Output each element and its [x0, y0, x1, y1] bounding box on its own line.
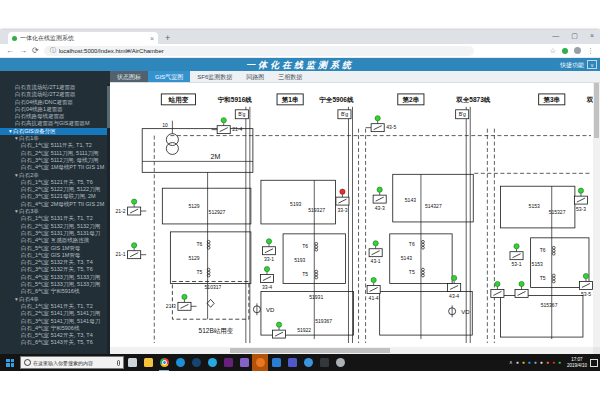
sidebar-item[interactable]: ▾ 白石GIS设备分区 [0, 128, 110, 135]
sidebar-item[interactable]: 白石_3气室 5121母联刀闸, 2M [0, 193, 110, 200]
chrome-icon[interactable] [156, 354, 172, 371]
sidebar-item[interactable]: 白石_1气室 5141开关, T1, T2 [0, 303, 110, 310]
sidebar-item[interactable]: 白石_3气室 5131刀闸, 5131母刀 [0, 230, 110, 237]
monitor-indicator-21-3[interactable]: 21-3 [166, 294, 197, 310]
vertical-scrollbar-thumb[interactable] [594, 83, 599, 138]
file-explorer-icon[interactable] [140, 354, 156, 371]
tab-GIS气室图[interactable]: GIS气室图 [148, 71, 190, 82]
sidebar-item[interactable]: 白石_2气室 5132刀闸, 5132刀闸 [0, 223, 110, 230]
monitor-indicator-43-3[interactable]: 43-3 [373, 187, 386, 210]
sidebar-item[interactable]: 白石高抗避雷器与GIS避雷器M [0, 120, 110, 127]
sidebar-item[interactable]: ▾ 白石4串 [0, 296, 110, 303]
sidebar-item[interactable]: 白石线路母线避雷器 [0, 113, 110, 120]
mail-icon[interactable] [268, 354, 284, 371]
sidebar-item[interactable]: 白石_1气室 5111开关, T1, T2 [0, 142, 110, 149]
tray-expand-icon[interactable]: ∧ [509, 360, 513, 365]
window-maximize-button[interactable]: ▢ [571, 32, 578, 40]
tray-icon-7[interactable]: ● [552, 360, 555, 365]
monitor-indicator-43-4[interactable]: 43-4 [448, 275, 461, 298]
sidebar-item[interactable]: 白石_2气室 5111刀闸, 5111刀闸 [0, 150, 110, 157]
start-button[interactable] [0, 354, 20, 371]
tray-icon-1[interactable]: ● [516, 360, 519, 365]
teams-icon[interactable] [284, 354, 300, 371]
sidebar-item[interactable]: 白石_2气室 5122刀闸, 5122刀闸 [0, 186, 110, 193]
sidebar-item[interactable]: 白石_1气室 GIS 1M管母 [0, 252, 110, 259]
sidebar-item[interactable]: 白石直流场站/2T1避雷器 [0, 84, 110, 91]
bookmark-star-icon[interactable]: ☆ [550, 47, 556, 55]
sidebar-item[interactable]: 白石04线路/DNC避雷器 [0, 99, 110, 106]
monitor-indicator-21-4[interactable]: 21-4 [212, 118, 243, 134]
monitor-indicator-53-3[interactable]: 53-3 [574, 188, 587, 211]
visual-studio-icon-2[interactable] [236, 354, 252, 371]
sidebar-item[interactable]: 白石_4气室 宁和5906线 [0, 325, 110, 332]
tab-SF6监测数据[interactable]: SF6监测数据 [190, 71, 239, 82]
tab-三相数据[interactable]: 三相数据 [271, 71, 309, 82]
monitor-indicator-53-1[interactable]: 53-1 [510, 244, 523, 267]
sidebar-item[interactable]: ▾ 白石2串 [0, 172, 110, 179]
taskbar-search-input[interactable]: 在这里输入你要搜索的内容 [20, 356, 124, 369]
monitor-indicator-21-1[interactable]: 21-1 [116, 243, 147, 259]
sidebar-item[interactable]: 白石04线路1避雷器 [0, 106, 110, 113]
taskbar-clock[interactable]: 17:07 2019/4/10 [567, 357, 587, 368]
window-minimize-button[interactable]: — [552, 32, 559, 40]
horizontal-scrollbar[interactable] [110, 347, 593, 354]
tray-icon-3[interactable]: ● [528, 360, 531, 365]
sidebar-item[interactable]: 白石_4气室 互感器线路连接 [0, 237, 110, 244]
sidebar-item[interactable]: 白石_5气室 5133刀闸, 5133刀闸 [0, 281, 110, 288]
browser-tab[interactable]: 一体化在线监测系统 × [8, 32, 158, 44]
sidebar-item[interactable]: 白石_5气室 5142开关, T3, T4 [0, 332, 110, 339]
sidebar-item[interactable]: 白石_3气室 5132开关, T5, T6 [0, 266, 110, 273]
monitor-indicator-33-1[interactable]: 33-1 [262, 239, 275, 262]
skype-icon[interactable] [204, 354, 220, 371]
extension-icon[interactable] [562, 48, 568, 54]
monitor-indicator-43-1[interactable]: 43-1 [369, 241, 382, 264]
vertical-scrollbar[interactable] [593, 83, 600, 347]
horizontal-scrollbar-thumb[interactable] [230, 348, 390, 353]
monitor-indicator-53-5[interactable]: 53-5 [579, 273, 592, 296]
quick-functions-button[interactable]: 快捷功能 [560, 61, 584, 70]
forward-icon[interactable]: → [19, 46, 27, 55]
visual-studio-icon[interactable] [220, 354, 236, 371]
app-navy-icon[interactable] [188, 354, 204, 371]
tray-icon-5[interactable]: ● [540, 360, 543, 365]
sidebar-item[interactable]: 白石_4气室 5133刀闸, 5133刀闸 [0, 274, 110, 281]
browser-menu-icon[interactable]: ⋮ [587, 47, 594, 55]
sidebar-item[interactable]: 白石_1气室 5131开关, T1, T2 [0, 215, 110, 222]
tray-icon-4[interactable]: ● [534, 360, 537, 365]
monitor-indicator-43-5[interactable]: 43-5 [366, 116, 397, 132]
site-info-icon[interactable]: ⓘ [50, 46, 56, 55]
tab-回路图[interactable]: 回路图 [239, 71, 271, 82]
sidebar-item[interactable]: 白石_5气室 GIS 1M管母 [0, 245, 110, 252]
microphone-icon[interactable] [117, 360, 120, 366]
tray-icon-2[interactable]: ● [522, 360, 525, 365]
sidebar-item[interactable]: 白石_3气室 5141刀闸, 5141母刀 [0, 318, 110, 325]
monitor-indicator-41-4[interactable]: 41-4 [367, 277, 380, 300]
monitor-indicator-33-4[interactable]: 33-4 [260, 267, 273, 290]
profile-avatar-icon[interactable] [574, 47, 581, 54]
new-tab-button[interactable]: + [165, 33, 170, 44]
chevron-down-icon[interactable]: ∨ [587, 60, 597, 69]
monitor-indicator-unlabeled[interactable] [515, 281, 528, 297]
monitor-indicator-unlabeled[interactable] [491, 281, 504, 297]
task-view-icon[interactable] [124, 354, 140, 371]
app-orange-icon[interactable] [252, 354, 268, 371]
action-center-icon[interactable] [590, 359, 598, 367]
tab-状态图标[interactable]: 状态图标 [110, 71, 148, 82]
sidebar-item[interactable]: 白石直流场站/2T2避雷器 [0, 91, 110, 98]
app-dark-icon[interactable] [316, 354, 332, 371]
sidebar-item[interactable]: 白石_6气室 宁和5916线 [0, 288, 110, 295]
tray-icon-8[interactable]: ● [558, 360, 561, 365]
sidebar-item[interactable]: ▾ 白石1串 [0, 135, 110, 142]
tab-close-icon[interactable]: × [150, 35, 154, 42]
monitor-indicator-33-3[interactable]: 33-3 [336, 189, 349, 212]
reload-icon[interactable]: ⟳ [32, 46, 39, 55]
monitor-indicator-unlabeled[interactable] [273, 322, 286, 338]
edge-icon[interactable] [172, 354, 188, 371]
sidebar-item[interactable]: 白石_4气室 1M母线PT TII GIS 1M [0, 164, 110, 171]
app-blue-icon[interactable] [300, 354, 316, 371]
sidebar-item[interactable]: 白石_1气室 5121开关, T5, T6 [0, 179, 110, 186]
sidebar-item[interactable]: ▾ 白石3串 [0, 208, 110, 215]
back-icon[interactable]: ← [6, 46, 14, 55]
sidebar-item[interactable]: 白石_6气室 5143开关, T5, T6 [0, 339, 110, 346]
sidebar-item[interactable]: 白石_3气室 5112刀闸, 母线刀闸 [0, 157, 110, 164]
